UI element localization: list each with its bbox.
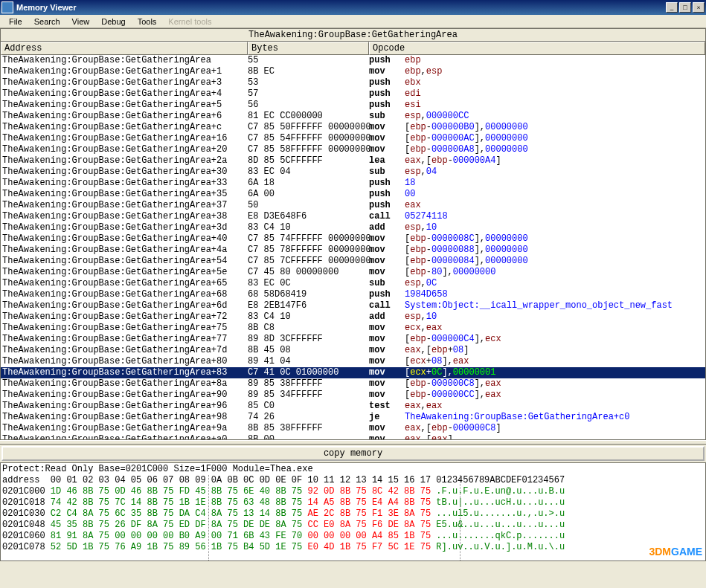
disasm-row[interactable]: TheAwakening:GroupBase:GetGatheringArea+…: [1, 401, 705, 412]
addr-cell: TheAwakening:GroupBase:GetGatheringArea+…: [1, 133, 248, 144]
addr-cell: TheAwakening:GroupBase:GetGatheringArea: [1, 55, 248, 66]
opcode-cell: callSystem:Object:__icall_wrapper_mono_o…: [369, 300, 705, 311]
addr-cell: TheAwakening:GroupBase:GetGatheringArea+…: [1, 267, 248, 278]
bytes-cell: 8B 00: [248, 434, 369, 440]
bytes-cell: 89 85 38FFFFFF: [248, 378, 369, 390]
bytes-cell: 8B EC: [248, 66, 369, 77]
hex-row[interactable]: 0201C078 52 5D 1B 75 76 A9 1B 75 89 56 1…: [2, 542, 704, 553]
disasm-row[interactable]: TheAwakening:GroupBase:GetGatheringArea+…: [1, 167, 705, 178]
copy-memory-button[interactable]: copy memory: [1, 446, 705, 461]
addr-cell: TheAwakening:GroupBase:GetGatheringArea+…: [1, 233, 248, 245]
hex-row[interactable]: 0201C030 C2 C4 8A 75 6C 35 8B 75 DA C4 8…: [2, 508, 704, 520]
hex-row[interactable]: 0201C018 74 42 8B 75 7C 14 8B 75 1B 1E 8…: [2, 497, 704, 508]
disasm-row[interactable]: TheAwakening:GroupBase:GetGatheringArea+…: [1, 345, 705, 356]
bytes-cell: 6A 00: [248, 189, 369, 200]
hex-header: address 00 01 02 03 04 05 06 07 08 09 0A…: [2, 475, 704, 486]
addr-cell: TheAwakening:GroupBase:GetGatheringArea+…: [1, 88, 248, 100]
disasm-row[interactable]: TheAwakening:GroupBase:GetGatheringArea+…: [1, 278, 705, 289]
close-button[interactable]: ×: [693, 2, 705, 13]
disasm-row[interactable]: TheAwakening:GroupBase:GetGatheringArea+…: [1, 356, 705, 367]
opcode-cell: mov[ebp-000000CC],eax: [369, 390, 705, 401]
bytes-cell: C7 85 7CFFFFFF 00000000: [248, 256, 369, 267]
col-bytes[interactable]: Bytes: [248, 42, 369, 55]
menu-file[interactable]: File: [3, 17, 28, 26]
disassembly-list[interactable]: TheAwakening:GroupBase:GetGatheringArea5…: [0, 55, 706, 440]
bytes-cell: 89 41 04: [248, 356, 369, 367]
opcode-cell: addesp,10: [369, 222, 705, 233]
function-header: TheAwakening:GroupBase:GetGatheringArea: [0, 28, 706, 42]
addr-cell: TheAwakening:GroupBase:GetGatheringArea+…: [1, 144, 248, 155]
disasm-row[interactable]: TheAwakening:GroupBase:GetGatheringArea+…: [1, 189, 705, 200]
disasm-row[interactable]: TheAwakening:GroupBase:GetGatheringArea+…: [1, 100, 705, 111]
menu-debug[interactable]: Debug: [95, 17, 131, 26]
opcode-cell: mov[ebp-00000084],00000000: [369, 256, 705, 267]
disasm-row[interactable]: TheAwakening:GroupBase:GetGatheringArea+…: [1, 222, 705, 233]
disasm-row[interactable]: TheAwakening:GroupBase:GetGatheringArea+…: [1, 289, 705, 300]
addr-cell: TheAwakening:GroupBase:GetGatheringArea+…: [1, 111, 248, 122]
disasm-row[interactable]: TheAwakening:GroupBase:GetGatheringArea+…: [1, 267, 705, 278]
bytes-cell: 89 85 34FFFFFF: [248, 390, 369, 401]
hex-dump-pane[interactable]: Protect:Read Only Base=0201C000 Size=1F0…: [0, 462, 706, 561]
disasm-row[interactable]: TheAwakening:GroupBase:GetGatheringArea+…: [1, 256, 705, 267]
watermark: 3DMGAME: [649, 546, 702, 558]
disasm-row[interactable]: TheAwakening:GroupBase:GetGatheringArea+…: [1, 88, 705, 100]
addr-cell: TheAwakening:GroupBase:GetGatheringArea+…: [1, 390, 248, 401]
addr-cell: TheAwakening:GroupBase:GetGatheringArea+…: [1, 334, 248, 345]
opcode-cell: mov[ecx+0C],00000001: [369, 367, 705, 378]
menu-view[interactable]: View: [66, 17, 96, 26]
disasm-row[interactable]: TheAwakening:GroupBase:GetGatheringArea+…: [1, 144, 705, 155]
maximize-button[interactable]: □: [679, 2, 691, 13]
hex-row[interactable]: 0201C000 1D 46 8B 75 0D 46 8B 75 FD 45 8…: [2, 486, 704, 497]
disasm-row[interactable]: TheAwakening:GroupBase:GetGatheringArea5…: [1, 55, 705, 66]
disasm-row[interactable]: TheAwakening:GroupBase:GetGatheringArea+…: [1, 323, 705, 334]
opcode-cell: moveax,[ebp+08]: [369, 345, 705, 356]
disasm-row[interactable]: TheAwakening:GroupBase:GetGatheringArea+…: [1, 77, 705, 88]
disasm-row[interactable]: TheAwakening:GroupBase:GetGatheringArea+…: [1, 245, 705, 256]
col-address[interactable]: Address: [1, 42, 248, 55]
disasm-row[interactable]: TheAwakening:GroupBase:GetGatheringArea+…: [1, 155, 705, 167]
disasm-row[interactable]: TheAwakening:GroupBase:GetGatheringArea+…: [1, 178, 705, 189]
title-bar: Memory Viewer _ □ ×: [0, 0, 706, 15]
opcode-cell: pushebp: [369, 55, 705, 66]
hex-row[interactable]: 0201C048 45 35 8B 75 26 DF 8A 75 ED DF 8…: [2, 520, 704, 531]
bytes-cell: C7 85 78FFFFFF 00000000: [248, 245, 369, 256]
disasm-row[interactable]: TheAwakening:GroupBase:GetGatheringArea+…: [1, 122, 705, 133]
opcode-cell: mov[ecx+08],eax: [369, 356, 705, 367]
minimize-button[interactable]: _: [666, 2, 678, 13]
bytes-cell: 74 26: [248, 412, 369, 423]
opcode-cell: push1984D658: [369, 289, 705, 300]
bytes-cell: C7 41 0C 01000000: [248, 367, 369, 378]
disasm-row[interactable]: TheAwakening:GroupBase:GetGatheringArea+…: [1, 211, 705, 222]
disasm-row[interactable]: TheAwakening:GroupBase:GetGatheringArea+…: [1, 311, 705, 323]
splitter[interactable]: [0, 440, 706, 445]
menu-bar: File Search View Debug Tools Kernel tool…: [0, 15, 706, 28]
addr-cell: TheAwakening:GroupBase:GetGatheringArea+…: [1, 245, 248, 256]
addr-cell: TheAwakening:GroupBase:GetGatheringArea+…: [1, 200, 248, 211]
bytes-cell: 8B 45 08: [248, 345, 369, 356]
opcode-cell: jeTheAwakening:GroupBase:GetGatheringAre…: [369, 412, 705, 423]
opcode-cell: pushedi: [369, 88, 705, 100]
disasm-row[interactable]: TheAwakening:GroupBase:GetGatheringArea+…: [1, 412, 705, 423]
opcode-cell: leaeax,[ebp-000000A4]: [369, 155, 705, 167]
disasm-row[interactable]: TheAwakening:GroupBase:GetGatheringArea+…: [1, 390, 705, 401]
disasm-row[interactable]: TheAwakening:GroupBase:GetGatheringArea+…: [1, 423, 705, 434]
menu-search[interactable]: Search: [28, 17, 66, 26]
disasm-row[interactable]: TheAwakening:GroupBase:GetGatheringArea+…: [1, 300, 705, 311]
col-opcode[interactable]: Opcode: [369, 42, 705, 55]
disasm-row[interactable]: TheAwakening:GroupBase:GetGatheringArea+…: [1, 200, 705, 211]
menu-tools[interactable]: Tools: [132, 17, 163, 26]
opcode-cell: moveax,[ebp-000000C8]: [369, 423, 705, 434]
hex-row[interactable]: 0201C060 81 91 8A 75 00 00 00 00 B0 A9 0…: [2, 531, 704, 542]
disasm-row[interactable]: TheAwakening:GroupBase:GetGatheringArea+…: [1, 133, 705, 144]
disasm-row[interactable]: TheAwakening:GroupBase:GetGatheringArea+…: [1, 111, 705, 122]
addr-cell: TheAwakening:GroupBase:GetGatheringArea+…: [1, 356, 248, 367]
opcode-cell: subesp,04: [369, 167, 705, 178]
addr-cell: TheAwakening:GroupBase:GetGatheringArea+…: [1, 100, 248, 111]
disasm-row[interactable]: TheAwakening:GroupBase:GetGatheringArea+…: [1, 233, 705, 245]
disasm-row[interactable]: TheAwakening:GroupBase:GetGatheringArea+…: [1, 66, 705, 77]
disasm-row[interactable]: TheAwakening:GroupBase:GetGatheringArea+…: [1, 367, 705, 378]
disasm-row[interactable]: TheAwakening:GroupBase:GetGatheringArea+…: [1, 334, 705, 345]
opcode-cell: mov[ebp-000000AC],00000000: [369, 133, 705, 144]
disasm-row[interactable]: TheAwakening:GroupBase:GetGatheringArea+…: [1, 378, 705, 390]
disasm-row[interactable]: TheAwakening:GroupBase:GetGatheringArea+…: [1, 434, 705, 440]
